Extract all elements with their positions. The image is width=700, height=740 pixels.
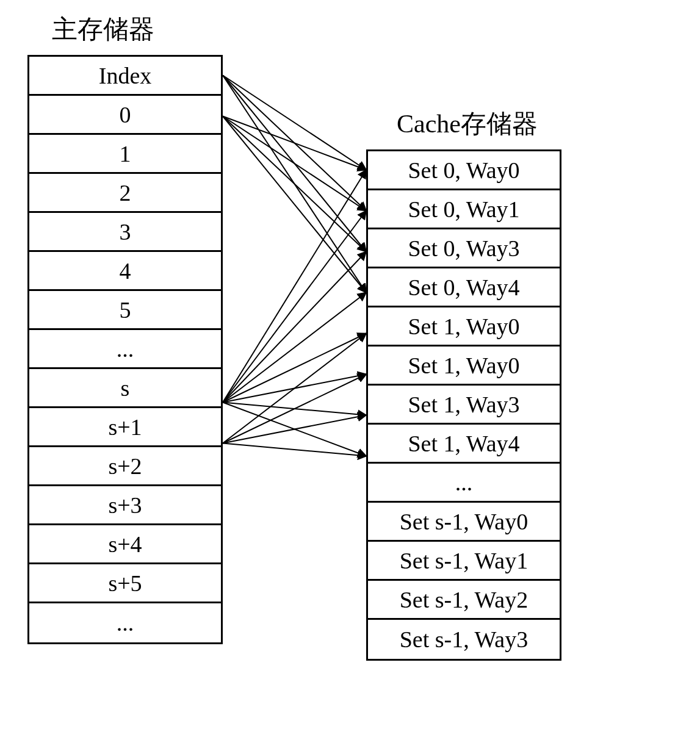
cache-row: Set 0, Way1 <box>368 190 560 229</box>
svg-line-2 <box>223 76 366 252</box>
cache-row: Set 0, Way4 <box>368 268 560 307</box>
main-memory-row: 3 <box>29 213 221 252</box>
svg-line-15 <box>223 403 366 456</box>
svg-line-7 <box>223 117 366 293</box>
cache-row: Set s-1, Way2 <box>368 581 560 620</box>
main-memory-title: 主存储器 <box>52 12 154 46</box>
main-memory-row: Index <box>29 57 221 96</box>
svg-line-16 <box>223 334 366 444</box>
svg-line-18 <box>223 415 366 444</box>
main-memory-row: ... <box>29 330 221 369</box>
main-memory-row: 0 <box>29 96 221 135</box>
cache-row: Set 1, Way0 <box>368 307 560 347</box>
svg-line-3 <box>223 76 366 293</box>
svg-line-1 <box>223 76 366 211</box>
svg-line-0 <box>223 76 366 170</box>
cache-row: Set s-1, Way3 <box>368 620 560 659</box>
svg-line-17 <box>223 375 366 444</box>
cache-row: Set s-1, Way1 <box>368 542 560 581</box>
svg-line-9 <box>223 211 366 403</box>
cache-row: Set 0, Way0 <box>368 151 560 190</box>
main-memory-row: 4 <box>29 252 221 291</box>
main-memory-row: 2 <box>29 174 221 213</box>
main-memory-row: s+2 <box>29 447 221 486</box>
main-memory-row: s+3 <box>29 486 221 525</box>
main-memory-row: ... <box>29 603 221 642</box>
svg-line-4 <box>223 117 366 170</box>
svg-line-5 <box>223 117 366 211</box>
cache-table: Set 0, Way0 Set 0, Way1 Set 0, Way3 Set … <box>366 149 561 661</box>
main-memory-row: 5 <box>29 291 221 330</box>
svg-line-19 <box>223 444 366 456</box>
svg-line-10 <box>223 252 366 403</box>
cache-row: Set 1, Way3 <box>368 386 560 425</box>
svg-line-12 <box>223 334 366 403</box>
main-memory-row: s+5 <box>29 564 221 603</box>
cache-row: Set 1, Way0 <box>368 347 560 386</box>
main-memory-row: s+1 <box>29 408 221 447</box>
cache-row: Set 0, Way3 <box>368 229 560 268</box>
cache-row: ... <box>368 464 560 503</box>
svg-line-13 <box>223 375 366 403</box>
main-memory-row: s+4 <box>29 525 221 564</box>
main-memory-table: Index 0 1 2 3 4 5 ... s s+1 s+2 s+3 s+4 … <box>27 55 223 644</box>
svg-line-6 <box>223 117 366 252</box>
main-memory-row: 1 <box>29 135 221 174</box>
cache-row: Set s-1, Way0 <box>368 503 560 542</box>
cache-title: Cache存储器 <box>397 107 538 141</box>
main-memory-row: s <box>29 369 221 408</box>
cache-row: Set 1, Way4 <box>368 425 560 464</box>
svg-line-14 <box>223 403 366 415</box>
svg-line-11 <box>223 293 366 403</box>
svg-line-8 <box>223 170 366 403</box>
